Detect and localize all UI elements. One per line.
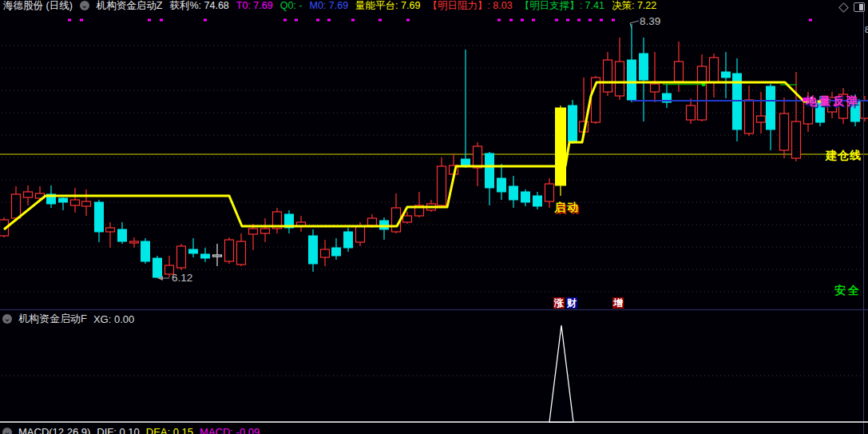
trading-app-window: 海德股份 (日线) ⌄ 机构资金启动Z 获利%: 74.68 T0: 7.69 …	[0, 0, 868, 434]
t0-value: T0: 7.69	[236, 1, 273, 11]
chevron-down-icon[interactable]: ⌄	[2, 314, 12, 324]
jiancang-line-label: 建仓线	[826, 149, 862, 163]
decision-value: 决策: 7.22	[612, 1, 656, 11]
profit-percent-value: 获利%: 74.68	[169, 1, 228, 11]
cai-badge: 财	[566, 297, 577, 309]
right-axis-partial-label: 8	[865, 25, 868, 34]
candlestick-chart[interactable]	[0, 0, 868, 434]
volume-platform-value: 量能平台: 7.69	[355, 1, 420, 11]
xg-panel-header: ⌄ 机构资金启动F XG: 0.00	[2, 312, 134, 326]
low-price-label: 6.12	[172, 272, 192, 284]
qidong-signal-label: 启动	[554, 201, 580, 215]
zeng-badge: 增	[612, 297, 624, 309]
zhang-badge: 涨	[553, 297, 565, 309]
chevron-down-icon[interactable]: ⌄	[2, 428, 12, 434]
macd-indicator-name[interactable]: MACD(12,26,9)	[18, 426, 90, 434]
top-indicator-bar: 海德股份 (日线) ⌄ 机构资金启动Z 获利%: 74.68 T0: 7.69 …	[0, 0, 868, 11]
high-price-label: 8.39	[640, 15, 660, 27]
macd-value: MACD: -0.09	[200, 426, 260, 434]
dif-value: DIF: 0.10	[97, 426, 139, 434]
tomorrow-resistance-value: 【明日阻力】: 8.03	[427, 1, 512, 11]
dea-value: DEA: 0.15	[146, 426, 193, 434]
macd-panel-header: ⌄ MACD(12,26,9) DIF: 0.10 DEA: 0.15 MACD…	[2, 426, 260, 434]
m0-value: M0: 7.69	[309, 1, 348, 11]
stock-title[interactable]: 海德股份 (日线)	[3, 1, 73, 11]
xg-value: XG: 0.00	[93, 313, 134, 325]
q0-value: Q0: -	[280, 1, 303, 11]
diliang-fandan-label: 地量反弹	[806, 94, 860, 109]
chevron-down-icon[interactable]: ⌄	[80, 1, 89, 10]
tomorrow-support-value: 【明日支撑】: 7.41	[520, 1, 604, 11]
xg-indicator-name[interactable]: 机构资金启动F	[18, 312, 87, 326]
anquan-label: 安全	[834, 284, 862, 298]
indicator-name[interactable]: 机构资金启动Z	[97, 1, 163, 11]
